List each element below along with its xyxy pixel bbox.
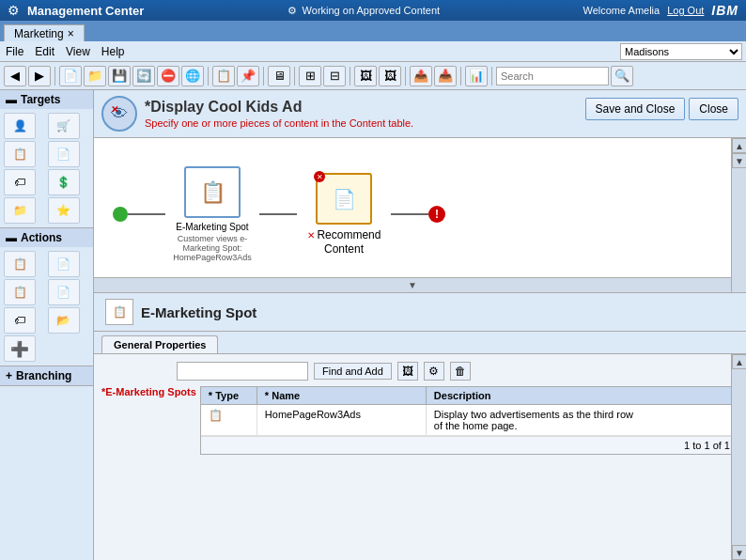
new-btn[interactable]: 📄 [59, 66, 82, 86]
action-item-3[interactable]: 📋 [4, 279, 36, 305]
actions-section: ▬ Actions 📋 📄 📋 📄 🏷 📂 ➕ [0, 228, 93, 366]
monitor-btn[interactable]: 🖥 [268, 66, 290, 86]
col-type: * Type [201, 387, 257, 404]
actions-header[interactable]: ▬ Actions [0, 228, 93, 247]
emarketing-spot-node[interactable]: 📋 E-Marketing Spot Customer views e-Mark… [165, 166, 259, 263]
emarketing-icon: 📋 [200, 180, 225, 205]
sidebar-item-3[interactable]: 📋 [4, 141, 36, 167]
diagram-area: 📋 E-Marketing Spot Customer views e-Mark… [94, 138, 746, 293]
sidebar-item-1[interactable]: 👤 [4, 113, 36, 139]
menu-bar: File Edit View Help Madisons [0, 41, 746, 62]
chart-btn[interactable]: 📊 [465, 66, 488, 86]
recommend-content-box[interactable]: ✕ 📄 [316, 173, 372, 225]
branching-header[interactable]: + Branching [0, 366, 93, 385]
table-row[interactable]: 📋 HomePageRow3Ads Display two advertisem… [201, 405, 738, 436]
actions-collapse-icon: ▬ [6, 231, 17, 244]
recommend-content-node[interactable]: ✕ 📄 ✕ Recommend Content [297, 173, 391, 256]
targets-header[interactable]: ▬ Targets [0, 90, 93, 109]
recommend-content-label: ✕ Recommend Content [297, 228, 391, 256]
diagram-scroll-right-arrow[interactable]: ▼ [408, 280, 417, 290]
table-container: * Type * Name Description 📋 HomePageRow3… [200, 386, 738, 455]
img2-btn[interactable]: 🖼 [379, 66, 401, 86]
actions-label: Actions [21, 231, 62, 244]
action-item-1[interactable]: 📋 [4, 251, 36, 277]
cols-btn[interactable]: ⊟ [323, 66, 346, 86]
find-add-button[interactable]: Find and Add [314, 363, 392, 380]
title-text-area: *Display Cool Kids Ad Specify one or mor… [145, 99, 578, 129]
sidebar-item-2[interactable]: 🛒 [48, 113, 80, 139]
espot-icon: 📋 [113, 305, 127, 319]
targets-section: ▬ Targets 👤 🛒 📋 📄 🏷 💲 📁 ⭐ [0, 90, 93, 228]
sidebar-item-4[interactable]: 📄 [48, 141, 80, 167]
menu-help[interactable]: Help [101, 45, 125, 58]
close-button[interactable]: Close [689, 98, 738, 120]
recommend-label-text: Recommend Content [317, 228, 381, 255]
targets-grid: 👤 🛒 📋 📄 🏷 💲 📁 ⭐ [0, 109, 93, 227]
copy-btn[interactable]: 📋 [212, 66, 235, 86]
action-item-5[interactable]: 🏷 [4, 307, 36, 334]
details-scroll-up[interactable]: ▲ [732, 354, 746, 369]
action-item-2[interactable]: 📄 [48, 251, 80, 277]
sidebar-item-7[interactable]: 📁 [4, 197, 36, 224]
store-select[interactable]: Madisons [620, 43, 742, 60]
sidebar: ▬ Targets 👤 🛒 📋 📄 🏷 💲 📁 ⭐ ▬ Actions 📋 [0, 90, 94, 560]
diagram-scroll-down[interactable]: ▼ [732, 153, 746, 168]
title-row: 👁 ✕ *Display Cool Kids Ad Specify one or… [94, 90, 746, 138]
row-type-icon: 📋 [201, 405, 257, 435]
general-properties-tab[interactable]: General Properties [101, 335, 218, 353]
grid-btn[interactable]: ⊞ [299, 66, 321, 86]
menu-view[interactable]: View [66, 45, 90, 58]
actions-grid: 📋 📄 📋 📄 🏷 📂 ➕ [0, 247, 93, 366]
sidebar-item-5[interactable]: 🏷 [4, 169, 36, 195]
action-item-4[interactable]: 📄 [48, 279, 80, 305]
details-header: 📋 E-Marketing Spot [94, 293, 746, 332]
find-input[interactable] [177, 362, 308, 381]
row-name: HomePageRow3Ads [257, 405, 427, 435]
tab-close-icon[interactable]: × [68, 27, 74, 40]
stop-btn[interactable]: ⛔ [157, 66, 179, 86]
cart-icon: 🛒 [56, 119, 70, 132]
back-btn[interactable]: ◀ [4, 66, 26, 86]
export-btn[interactable]: 📤 [410, 66, 432, 86]
details-icon: 📋 [105, 299, 133, 325]
app-title: Management Center [27, 4, 144, 18]
search-input[interactable] [496, 67, 609, 86]
diagram-scroll-up[interactable]: ▲ [732, 138, 746, 153]
logout-link[interactable]: Log Out [667, 5, 704, 16]
main-layout: ▬ Targets 👤 🛒 📋 📄 🏷 💲 📁 ⭐ ▬ Actions 📋 [0, 90, 746, 560]
action-item-6[interactable]: 📂 [48, 307, 80, 334]
top-bar: ⚙ Management Center ⚙ Working on Approve… [0, 0, 746, 21]
img-btn[interactable]: 🖼 [354, 66, 377, 86]
image-select-btn[interactable]: 🖼 [397, 362, 418, 381]
delete-btn[interactable]: 🗑 [450, 362, 471, 381]
folder-btn[interactable]: 📁 [84, 66, 106, 86]
flow-line-1 [128, 213, 165, 215]
action-item-add[interactable]: ➕ [4, 335, 36, 362]
forward-btn[interactable]: ▶ [28, 66, 51, 86]
welcome-text: Welcome Amelia [583, 5, 660, 16]
details-scroll-right: ▲ ▼ [731, 354, 746, 560]
details-scroll-down[interactable]: ▼ [732, 545, 746, 560]
globe-btn[interactable]: 🌐 [181, 66, 204, 86]
person-icon: 👤 [13, 119, 27, 132]
profile-icon: 📋 [13, 148, 27, 161]
diagram-scroll-right: ▲ ▼ [731, 138, 746, 292]
import-btn[interactable]: 📥 [434, 66, 457, 86]
diagram-scroll-bottom: ▼ [94, 277, 731, 292]
menu-file[interactable]: File [6, 45, 23, 58]
flow-line-2 [259, 213, 297, 215]
emarketing-spot-box[interactable]: 📋 [184, 166, 241, 218]
sidebar-item-6[interactable]: 💲 [48, 169, 80, 195]
marketing-tab[interactable]: Marketing × [4, 24, 85, 41]
recommend-icon: 📄 [333, 188, 356, 210]
working-status: Working on Approved Content [303, 5, 441, 16]
sidebar-item-8[interactable]: ⭐ [48, 197, 80, 224]
paste-btn[interactable]: 📌 [237, 66, 259, 86]
save-btn[interactable]: 💾 [108, 66, 131, 86]
flow-end-error: ! [428, 206, 445, 223]
refresh-btn[interactable]: 🔄 [132, 66, 155, 86]
save-close-button[interactable]: Save and Close [585, 98, 686, 120]
settings-btn[interactable]: ⚙ [424, 362, 444, 381]
menu-edit[interactable]: Edit [35, 45, 54, 58]
search-btn[interactable]: 🔍 [611, 66, 633, 86]
